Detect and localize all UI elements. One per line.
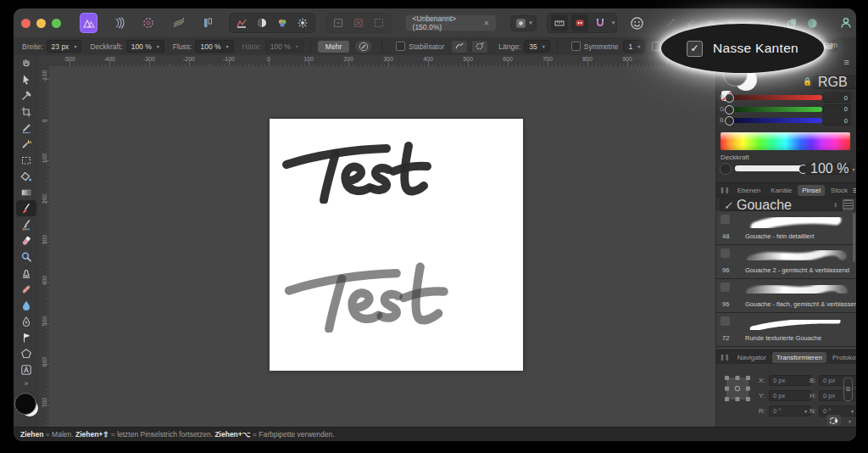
- channel-track[interactable]: [726, 95, 822, 100]
- channel-knob[interactable]: [725, 93, 734, 103]
- brush-item[interactable]: 48Gouache - fein detailliert: [716, 211, 856, 245]
- auto-colours-icon[interactable]: [274, 14, 291, 31]
- panel-drag-grip[interactable]: ❚❚: [720, 354, 730, 361]
- channel-value[interactable]: 0: [823, 104, 851, 115]
- opacity-track[interactable]: [735, 165, 809, 171]
- wet-edges-checkbox[interactable]: ✓: [687, 41, 703, 57]
- tab-protokoll[interactable]: Protokoll: [828, 352, 856, 363]
- brush-view-toggle-icon[interactable]: [843, 199, 854, 210]
- brush-category-dropdown[interactable]: Gouache ⇕: [720, 199, 843, 211]
- channel-slider-b[interactable]: B0: [716, 115, 856, 126]
- export-persona-button[interactable]: [199, 13, 217, 33]
- transform-origin-button[interactable]: [826, 415, 841, 426]
- brush-item[interactable]: 72Runde texturierte Gouache: [716, 313, 856, 347]
- channel-track[interactable]: [726, 107, 822, 112]
- eraser-tool[interactable]: [16, 232, 36, 249]
- channel-knob[interactable]: [725, 116, 734, 126]
- lock-icon[interactable]: 🔒: [803, 77, 812, 86]
- transform-field-input[interactable]: 0 px: [769, 375, 811, 386]
- symmetry-count-dropdown[interactable]: 1▾: [623, 40, 645, 53]
- document-close-icon[interactable]: ✕: [484, 20, 490, 27]
- colour-well[interactable]: [14, 393, 38, 417]
- brush-item[interactable]: 96Gouache - flach, gemischt & verblassen…: [716, 279, 856, 313]
- pasteboard[interactable]: [49, 66, 716, 427]
- hints-button[interactable]: [629, 14, 644, 31]
- rotate-icon[interactable]: [330, 14, 347, 31]
- text-tool[interactable]: [16, 361, 36, 378]
- snapping-magnet-icon[interactable]: [592, 14, 609, 31]
- tab-stock[interactable]: Stock: [826, 185, 852, 196]
- tab-pinsel[interactable]: Pinsel: [798, 185, 825, 196]
- transform-field-input[interactable]: 0 px: [769, 390, 811, 401]
- close-button[interactable]: [21, 19, 31, 28]
- colour-model-dropdown[interactable]: RGB⇕: [813, 76, 856, 89]
- flip-icon[interactable]: [350, 14, 367, 31]
- mirror-checkbox[interactable]: [652, 42, 661, 51]
- opacity-dropdown[interactable]: 100 %▾: [126, 40, 164, 53]
- clip-canvas-icon[interactable]: [370, 14, 387, 31]
- toolbar-icon[interactable]: [661, 14, 678, 31]
- flood-fill-tool[interactable]: [16, 168, 36, 184]
- more-button[interactable]: Mehr: [318, 41, 349, 53]
- view-mode-dropdown[interactable]: ▾: [510, 15, 537, 31]
- clone-stamp-tool[interactable]: [16, 265, 36, 281]
- zoom-tool[interactable]: [16, 249, 36, 265]
- colour-spectrum-bar[interactable]: [721, 132, 850, 150]
- stabilizer-checkbox[interactable]: [396, 42, 405, 51]
- length-dropdown[interactable]: 35▾: [524, 40, 549, 53]
- tab-transformieren[interactable]: Transformieren: [772, 352, 826, 363]
- assistant-icon[interactable]: [571, 14, 588, 31]
- panel-menu-icon[interactable]: ≡: [844, 59, 849, 65]
- colour-picker-tool[interactable]: [16, 87, 36, 103]
- gradient-tool[interactable]: [16, 184, 36, 200]
- tab-ebenen[interactable]: Ebenen: [733, 185, 765, 196]
- crop-tool[interactable]: [16, 103, 36, 120]
- symmetry-checkbox[interactable]: [571, 42, 581, 51]
- photo-persona-button[interactable]: [80, 13, 97, 33]
- tab-kanäle[interactable]: Kanäle: [766, 185, 796, 196]
- sharpen-tool[interactable]: [16, 313, 36, 329]
- link-dimensions-icon[interactable]: ⧉: [843, 378, 853, 401]
- panel-menu-icon[interactable]: ≡: [853, 187, 856, 193]
- paint-brush-tool[interactable]: [16, 200, 36, 216]
- group-icon[interactable]: [804, 14, 821, 31]
- channel-track[interactable]: [726, 118, 822, 123]
- tab-navigator[interactable]: Navigator: [733, 352, 771, 363]
- canvas[interactable]: [270, 119, 523, 371]
- window-stabilizer-button[interactable]: [471, 40, 488, 53]
- healing-brush-tool[interactable]: [16, 281, 36, 297]
- anchor-point-selector[interactable]: [723, 374, 752, 403]
- foreground-colour-swatch[interactable]: [14, 393, 36, 415]
- hardness-dropdown[interactable]: 100 %▾: [265, 40, 303, 53]
- flow-dropdown[interactable]: 100 %▾: [195, 40, 233, 53]
- horizontal-ruler[interactable]: -500-400-300-200-10001002003004005006007…: [49, 55, 716, 67]
- ruler-icon[interactable]: [551, 14, 568, 31]
- auto-white-balance-icon[interactable]: [294, 14, 311, 31]
- chevron-down-icon[interactable]: ▾: [849, 418, 851, 424]
- brush-item[interactable]: 96Gouache 2 - gemischt & verblassend: [716, 245, 856, 279]
- channel-value[interactable]: 0: [823, 115, 851, 126]
- zoom-button[interactable]: [52, 19, 61, 28]
- account-button[interactable]: [837, 14, 854, 31]
- blur-tool[interactable]: [16, 297, 36, 313]
- view-tool[interactable]: [16, 55, 36, 71]
- mesh-warp-tool[interactable]: [16, 345, 36, 361]
- opacity-value-dropdown[interactable]: 100 %▾: [805, 163, 851, 175]
- auto-contrast-icon[interactable]: [253, 14, 270, 31]
- selection-brush-tool[interactable]: [16, 120, 36, 136]
- marquee-select-tool[interactable]: [16, 152, 36, 168]
- panel-drag-grip[interactable]: ❚❚: [720, 187, 730, 193]
- node-tool[interactable]: [16, 329, 36, 345]
- colour-replacement-brush-tool[interactable]: [16, 216, 36, 232]
- rope-stabilizer-button[interactable]: [451, 40, 468, 53]
- brush-list-scrollbar[interactable]: [853, 213, 855, 262]
- liquify-persona-button[interactable]: [109, 13, 127, 33]
- channel-knob[interactable]: [725, 105, 734, 115]
- channel-slider-r[interactable]: R0: [716, 92, 856, 103]
- brush-settings-button[interactable]: [354, 40, 373, 53]
- width-dropdown[interactable]: 23 px▾: [47, 40, 82, 53]
- document-title-dropdown[interactable]: <Unbenannt> (150.0%) ✕: [405, 14, 498, 31]
- move-tool[interactable]: [16, 71, 36, 87]
- channel-value[interactable]: 0: [823, 92, 851, 103]
- minimize-button[interactable]: [36, 19, 46, 28]
